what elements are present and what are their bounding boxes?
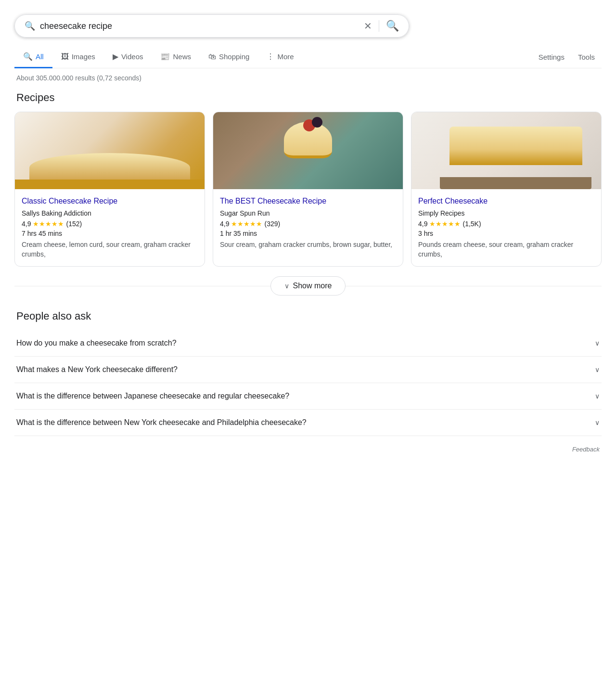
chevron-down-icon-3: ∨ xyxy=(595,392,600,400)
all-icon: 🔍 xyxy=(23,52,33,61)
recipe-cards: Classic Cheesecake Recipe Sallys Baking … xyxy=(14,112,602,267)
recipes-title: Recipes xyxy=(16,91,602,104)
recipe-rating-1: 4,9 ★★★★★ (152) xyxy=(22,220,198,228)
recipe-image-1 xyxy=(15,112,205,189)
recipe-ingredients-3: Pounds cream cheese, sour cream, graham … xyxy=(418,240,594,259)
stars-1: ★★★★★ xyxy=(33,220,64,228)
recipe-source-2: Sugar Spun Run xyxy=(220,209,396,217)
recipe-card-2[interactable]: The BEST Cheesecake Recipe Sugar Spun Ru… xyxy=(213,112,403,267)
chevron-down-icon-1: ∨ xyxy=(595,339,600,347)
recipe-source-1: Sallys Baking Addiction xyxy=(22,209,198,217)
paa-item-1[interactable]: How do you make a cheesecake from scratc… xyxy=(14,330,602,357)
tab-all[interactable]: 🔍 All xyxy=(14,46,52,68)
recipe-image-2 xyxy=(213,112,403,189)
show-more-container: ∨ Show more xyxy=(14,276,602,296)
images-icon: 🖼 xyxy=(61,52,69,61)
recipe-time-2: 1 hr 35 mins xyxy=(220,230,396,237)
paa-item-2[interactable]: What makes a New York cheesecake differe… xyxy=(14,357,602,383)
recipe-card-body-3: Perfect Cheesecake Simply Recipes 4,9 ★★… xyxy=(411,189,601,266)
search-bar-icon: 🔍 xyxy=(25,21,35,31)
recipe-time-1: 7 hrs 45 mins xyxy=(22,230,198,237)
search-bar-container: 🔍 ✕ 🔍 xyxy=(14,10,602,38)
paa-question-2: What makes a New York cheesecake differe… xyxy=(16,365,178,374)
recipe-ingredients-1: Cream cheese, lemon curd, sour cream, gr… xyxy=(22,240,198,259)
recipe-source-3: Simply Recipes xyxy=(418,209,594,217)
paa-question-3: What is the difference between Japanese … xyxy=(16,392,289,400)
search-bar: 🔍 ✕ 🔍 xyxy=(14,14,409,38)
paa-item-4[interactable]: What is the difference between New York … xyxy=(14,410,602,436)
paa-title: People also ask xyxy=(16,310,602,322)
recipe-title-1[interactable]: Classic Cheesecake Recipe xyxy=(22,196,198,206)
tools-link[interactable]: Tools xyxy=(571,47,602,67)
recipe-time-3: 3 hrs xyxy=(418,230,594,237)
nav-tabs: 🔍 All 🖼 Images ▶ Videos 📰 News 🛍 Shoppin… xyxy=(14,46,602,68)
recipe-card-body-2: The BEST Cheesecake Recipe Sugar Spun Ru… xyxy=(213,189,403,257)
recipe-card-1[interactable]: Classic Cheesecake Recipe Sallys Baking … xyxy=(14,112,205,267)
tab-more[interactable]: ⋮ More xyxy=(258,46,302,68)
results-count: About 305.000.000 results (0,72 seconds) xyxy=(16,74,602,82)
tab-news[interactable]: 📰 News xyxy=(152,46,200,68)
paa-item-3[interactable]: What is the difference between Japanese … xyxy=(14,383,602,410)
chevron-down-icon-4: ∨ xyxy=(595,419,600,426)
shopping-icon: 🛍 xyxy=(208,52,216,61)
recipe-title-2[interactable]: The BEST Cheesecake Recipe xyxy=(220,196,396,206)
feedback-link[interactable]: Feedback xyxy=(14,446,602,453)
recipe-image-3 xyxy=(411,112,601,189)
tab-images[interactable]: 🖼 Images xyxy=(52,47,104,68)
stars-2: ★★★★★ xyxy=(231,220,262,228)
recipe-card-body-1: Classic Cheesecake Recipe Sallys Baking … xyxy=(15,189,205,266)
recipes-section: Recipes Classic Cheesecake Recipe Sallys… xyxy=(14,91,602,296)
videos-icon: ▶ xyxy=(113,52,118,61)
news-icon: 📰 xyxy=(160,52,170,61)
search-input[interactable] xyxy=(40,21,364,31)
recipe-card-3[interactable]: Perfect Cheesecake Simply Recipes 4,9 ★★… xyxy=(411,112,602,267)
show-more-label: Show more xyxy=(293,282,332,290)
tab-videos[interactable]: ▶ Videos xyxy=(104,46,152,68)
recipe-ingredients-2: Sour cream, graham cracker crumbs, brown… xyxy=(220,240,396,250)
chevron-down-icon: ∨ xyxy=(284,282,289,290)
show-more-button[interactable]: ∨ Show more xyxy=(270,276,346,296)
divider xyxy=(379,20,379,32)
stars-3: ★★★★★ xyxy=(429,220,461,228)
paa-question-4: What is the difference between New York … xyxy=(16,418,307,427)
recipe-rating-2: 4,9 ★★★★★ (329) xyxy=(220,220,396,228)
search-button[interactable]: 🔍 xyxy=(386,20,399,32)
more-icon: ⋮ xyxy=(267,52,274,61)
settings-link[interactable]: Settings xyxy=(532,47,571,67)
chevron-down-icon-2: ∨ xyxy=(595,366,600,373)
people-also-ask-section: People also ask How do you make a cheese… xyxy=(14,310,602,436)
paa-question-1: How do you make a cheesecake from scratc… xyxy=(16,339,177,347)
tab-shopping[interactable]: 🛍 Shopping xyxy=(200,47,258,68)
recipe-rating-3: 4,9 ★★★★★ (1,5K) xyxy=(418,220,594,228)
clear-icon[interactable]: ✕ xyxy=(364,20,372,32)
berry-black xyxy=(312,117,322,128)
recipe-title-3[interactable]: Perfect Cheesecake xyxy=(418,196,594,206)
